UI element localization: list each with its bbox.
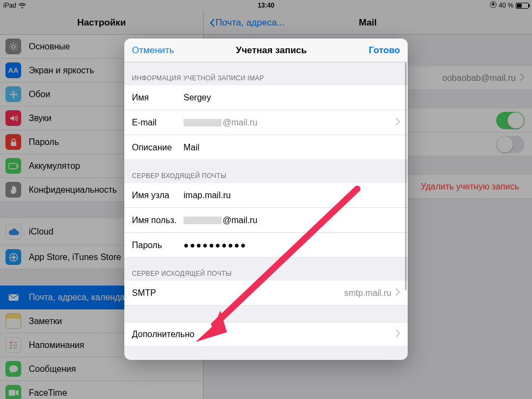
email-value: @mail.ru (183, 118, 391, 128)
user-value: @mail.ru (183, 216, 400, 225)
field-email[interactable]: E-mail @mail.ru (124, 110, 408, 135)
field-incoming-password[interactable]: Пароль ●●●●●●●●●● (124, 233, 408, 258)
field-smtp[interactable]: SMTP smtp.mail.ru (124, 281, 408, 306)
section-header-info: ИНФОРМАЦИЯ УЧЕТНОЙ ЗАПИСИ IMAP (124, 62, 408, 85)
done-button[interactable]: Готово (369, 45, 400, 56)
scrollbar[interactable] (405, 62, 407, 360)
description-value: Mail (183, 143, 400, 153)
modal-title: Учетная запись (236, 45, 307, 56)
field-name[interactable]: Имя Sergey (124, 85, 408, 110)
section-header-outgoing: СЕРВЕР ИСХОДЯЩЕЙ ПОЧТЫ (124, 258, 408, 281)
field-incoming-user[interactable]: Имя польз. @mail.ru (124, 208, 408, 233)
chevron-right-icon (396, 330, 400, 339)
modal-header: Отменить Учетная запись Готово (124, 39, 408, 62)
chevron-right-icon (396, 288, 400, 298)
field-incoming-host[interactable]: Имя узла imap.mail.ru (124, 183, 408, 208)
cancel-button[interactable]: Отменить (132, 45, 174, 56)
smtp-value: smtp.mail.ru (344, 288, 391, 298)
name-value: Sergey (183, 93, 400, 103)
section-header-incoming: СЕРВЕР ВХОДЯЩЕЙ ПОЧТЫ (124, 160, 408, 183)
field-description[interactable]: Описание Mail (124, 135, 408, 160)
password-value: ●●●●●●●●●● (183, 240, 400, 250)
chevron-right-icon (396, 118, 400, 128)
account-modal: Отменить Учетная запись Готово ИНФОРМАЦИ… (124, 39, 408, 360)
field-advanced[interactable]: Дополнительно (124, 322, 408, 347)
host-value: imap.mail.ru (183, 191, 400, 200)
